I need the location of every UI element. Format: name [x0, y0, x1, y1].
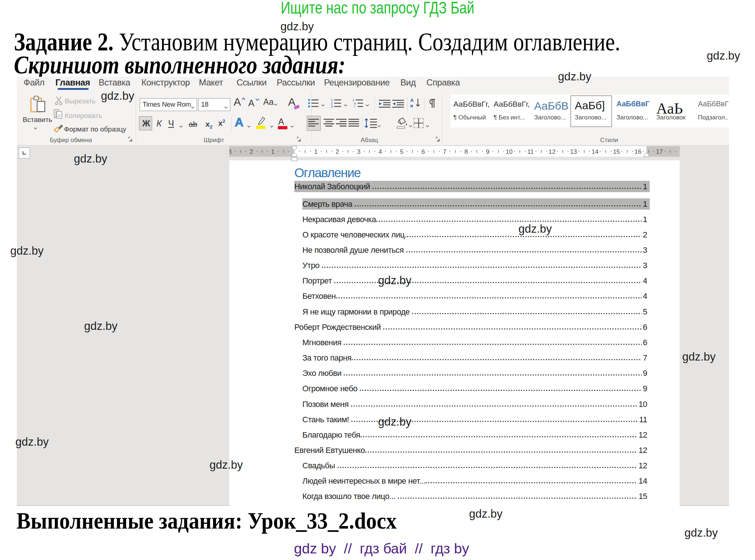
svg-text:i: i — [354, 105, 355, 108]
svg-text:А: А — [410, 98, 414, 103]
svg-text:А: А — [278, 117, 284, 126]
svg-text:я: я — [410, 103, 413, 108]
svg-text:3: 3 — [331, 104, 333, 108]
